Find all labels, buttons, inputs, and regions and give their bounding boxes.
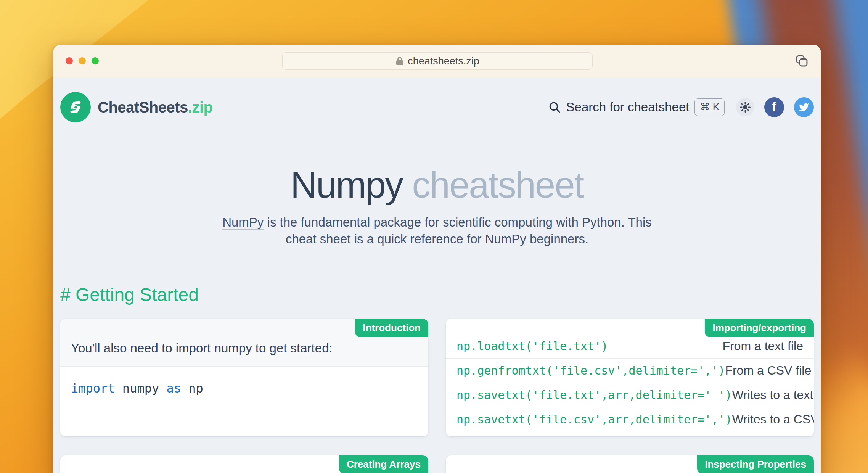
browser-chrome: cheatsheets.zip [53,45,821,77]
brand-name-text: CheatSheets [98,99,188,116]
code-description: Writes to a CSV file [732,412,814,426]
sun-icon [739,101,751,113]
brand-tld-text: .zip [188,99,213,116]
code-description: Writes to a text file [732,388,814,402]
cheat-row: np.loadtxt('file.txt')From a text file [446,334,814,358]
facebook-link[interactable]: f [764,97,784,117]
zoom-window-button[interactable] [92,57,99,64]
page-description-text: is the fundamental package for scientifi… [264,215,651,246]
code-plain: numpy [115,381,167,396]
code-snippet: np.savetxt('file.csv',arr,delimiter=',') [457,413,732,426]
card-creating-arrays: Creating Arrays np.array([1,2,3])One dim… [60,455,428,473]
card-badge: Inspecting Properties [697,455,814,473]
search-label: Search for cheatsheet [566,100,690,114]
card-badge: Importing/exporting [705,319,814,337]
minimize-window-button[interactable] [79,57,86,64]
page-title-secondary: cheatsheet [403,164,583,205]
brand-name[interactable]: CheatSheets.zip [98,99,212,116]
code-description: From a CSV file [725,364,811,378]
code-keyword: as [166,381,181,396]
twitter-link[interactable] [794,97,814,117]
numpy-link[interactable]: NumPy [222,215,264,229]
card-badge: Introduction [355,319,428,337]
facebook-icon: f [772,99,776,114]
card-introduction: Introduction You'll also need to import … [60,319,428,436]
copy-tabs-button[interactable] [796,55,808,67]
address-bar-url: cheatsheets.zip [408,55,479,67]
command-k-shortcut: ⌘ K [694,98,725,116]
cheat-row: np.savetxt('file.csv',arr,delimiter=',')… [446,407,814,431]
cheat-row: np.savetxt('file.txt',arr,delimiter=' ')… [446,383,814,407]
traffic-lights [66,57,99,64]
search-button[interactable]: Search for cheatsheet ⌘ K [548,98,725,116]
card-inspecting-properties: Inspecting Properties arr.sizeReturns nu… [446,455,814,473]
code-snippet: np.loadtxt('file.txt') [457,339,608,353]
page-description: NumPy is the fundamental package for sci… [216,214,658,248]
code-snippet: np.savetxt('file.txt',arr,delimiter=' ') [457,388,732,402]
cheat-row: np.genfromtxt('file.csv',delimiter=',')F… [446,358,814,383]
twitter-icon [799,102,809,113]
copy-stack-icon [796,55,808,67]
code-plain: np [181,381,203,396]
theme-toggle-button[interactable] [736,98,754,116]
code-block: import numpy as np [60,367,428,410]
page-title-primary: Numpy [291,164,403,205]
lock-icon [395,56,404,66]
address-bar[interactable]: cheatsheets.zip [282,52,593,70]
search-icon [548,101,561,114]
section-heading-getting-started: # Getting Started [60,284,814,305]
site-header: CheatSheets.zip Search for cheatsheet ⌘ … [60,92,814,122]
page-content: CheatSheets.zip Search for cheatsheet ⌘ … [53,92,821,473]
code-keyword: import [71,381,115,396]
brand-logo-icon [67,98,84,116]
cheatsheet-grid: Introduction You'll also need to import … [60,319,814,473]
page-title: Numpy cheatsheet [60,167,814,203]
card-importing-exporting: Importing/exporting np.loadtxt('file.txt… [446,319,814,436]
close-window-button[interactable] [66,57,73,64]
card-badge: Creating Arrays [339,455,428,473]
code-description: From a text file [722,339,803,353]
brand-logo[interactable] [60,92,91,122]
code-snippet: np.genfromtxt('file.csv',delimiter=',') [457,364,725,377]
browser-window: cheatsheets.zip CheatSheets.zip [53,45,821,473]
